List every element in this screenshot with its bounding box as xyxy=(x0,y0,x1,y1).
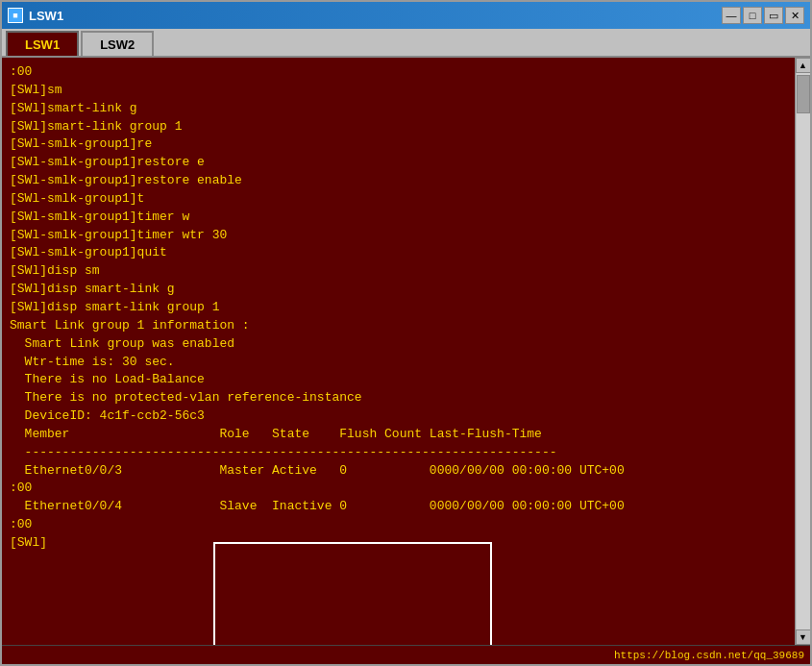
terminal-line: [SWl]smart-link g xyxy=(10,100,787,118)
terminal-line: [SWl]smart-link group 1 xyxy=(10,118,787,136)
terminal-line: :00 xyxy=(10,480,787,498)
tab-lsw1[interactable]: LSW1 xyxy=(6,31,79,56)
terminal-line: Member Role State Flush Count Last-Flush… xyxy=(10,426,787,444)
terminal-line: [SWl-smlk-group1]timer w xyxy=(10,209,787,227)
status-bar: https://blog.csdn.net/qq_39689 xyxy=(2,645,810,664)
minimize-button[interactable]: — xyxy=(722,7,741,24)
title-bar-left: ■ LSW1 xyxy=(8,8,63,23)
restore-button[interactable]: □ xyxy=(743,7,762,24)
tab-bar: LSW1 LSW2 xyxy=(2,29,810,58)
maximize-button[interactable]: ▭ xyxy=(764,7,783,24)
scrollbar[interactable]: ▲ ▼ xyxy=(795,58,810,645)
terminal-line: :00 xyxy=(10,516,787,534)
terminal-line: [SWl-smlk-group1]timer wtr 30 xyxy=(10,227,787,245)
terminal-line: Wtr-time is: 30 sec. xyxy=(10,354,787,372)
terminal-line: There is no protected-vlan reference-ins… xyxy=(10,389,787,407)
terminal-line: [SWl-smlk-group1]restore e xyxy=(10,154,787,172)
terminal-line: DeviceID: 4c1f-ccb2-56c3 xyxy=(10,407,787,426)
status-url: https://blog.csdn.net/qq_39689 xyxy=(614,650,804,661)
title-controls: — □ ▭ ✕ xyxy=(722,7,804,24)
terminal-line: [SWl]sm xyxy=(10,82,787,100)
terminal-line: [SWl]disp smart-link group 1 xyxy=(10,299,787,317)
terminal-line: Ethernet0/0/4 Slave Inactive 0 0000/00/0… xyxy=(10,498,787,516)
title-bar: ■ LSW1 — □ ▭ ✕ xyxy=(2,2,810,29)
terminal-line: [SWl]disp smart-link g xyxy=(10,281,787,299)
terminal-line: ----------------------------------------… xyxy=(10,444,787,462)
tab-lsw2[interactable]: LSW2 xyxy=(81,31,154,56)
terminal-line: There is no Load-Balance xyxy=(10,371,787,389)
terminal-line: [SWl-smlk-group1]t xyxy=(10,190,787,209)
terminal-line: Smart Link group was enabled xyxy=(10,335,787,354)
terminal-line: [SWl]disp sm xyxy=(10,262,787,281)
scroll-up-button[interactable]: ▲ xyxy=(796,58,811,73)
terminal-wrapper: :00[SWl]sm[SWl]smart-link g[SWl]smart-li… xyxy=(2,58,810,645)
terminal-line: [SWl-smlk-group1]re xyxy=(10,136,787,154)
window-icon: ■ xyxy=(8,8,23,23)
close-button[interactable]: ✕ xyxy=(785,7,804,24)
scroll-down-button[interactable]: ▼ xyxy=(796,629,811,645)
terminal-line: :00 xyxy=(10,63,787,82)
terminal-line: [SWl] xyxy=(10,534,787,553)
scrollbar-track[interactable] xyxy=(797,73,810,629)
terminal-output[interactable]: :00[SWl]sm[SWl]smart-link g[SWl]smart-li… xyxy=(2,58,795,645)
terminal-line: Smart Link group 1 information : xyxy=(10,317,787,335)
window-title: LSW1 xyxy=(29,9,63,23)
terminal-line: [SWl-smlk-group1]quit xyxy=(10,244,787,262)
scrollbar-thumb[interactable] xyxy=(797,75,810,113)
terminal-line: [SWl-smlk-group1]restore enable xyxy=(10,172,787,190)
terminal-line: Ethernet0/0/3 Master Active 0 0000/00/00… xyxy=(10,462,787,481)
main-window: ■ LSW1 — □ ▭ ✕ LSW1 LSW2 :00[SWl]sm[SWl]… xyxy=(0,0,812,666)
